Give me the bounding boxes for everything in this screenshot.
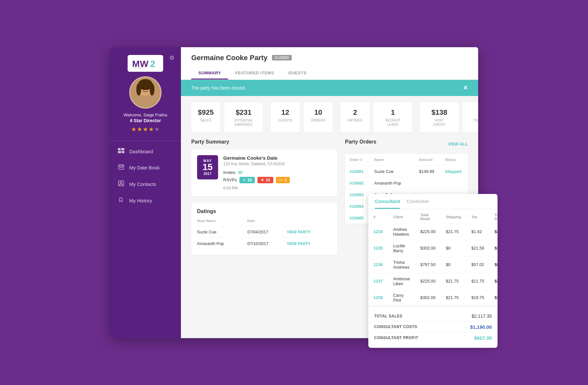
settings-icon[interactable]: ⚙: [169, 54, 174, 61]
consultant-row-1-num[interactable]: 1234: [373, 229, 383, 234]
view-party-link-1[interactable]: VIEW PARTY: [287, 230, 311, 234]
party-summary-title: Party Summary: [191, 139, 337, 145]
order-status-1: Shipped: [445, 169, 461, 174]
consultant-totals: TOTAL SALES $2,117.35 CONSULTANT COSTS $…: [368, 306, 498, 348]
svg-point-8: [136, 83, 141, 95]
stat-recruit-label: RECRUITLEADS: [385, 118, 401, 127]
stat-host-credit: $138 HOSTCREDIT: [420, 102, 459, 133]
avatar-image: [130, 76, 161, 109]
star-4: ★: [149, 126, 154, 133]
view-all-link[interactable]: VIEW ALL: [448, 142, 468, 146]
consultant-row-5-client: Carry Flint: [388, 289, 415, 306]
order-num-4[interactable]: #10084: [350, 204, 363, 209]
svg-rect-13: [118, 148, 121, 150]
stat-datings-label: DATINGS: [348, 118, 362, 123]
sidebar-divider: [110, 141, 181, 141]
view-party-link-2[interactable]: VIEW PARTY: [287, 241, 311, 246]
tab-summary[interactable]: SUMMARY: [191, 67, 228, 80]
date-year: 2017: [204, 172, 211, 176]
consultant-row-2-shipping: $0: [441, 240, 466, 256]
party-title: Germaine Cooke Party: [191, 54, 268, 62]
tab-featured[interactable]: FEATURED ITEMS: [228, 67, 281, 80]
datings-col-host: Host Name: [197, 219, 247, 226]
sidebar-item-dashboard[interactable]: Dashboard: [110, 144, 181, 159]
orders-col-amount: Amount: [415, 154, 440, 166]
svg-rect-16: [122, 151, 124, 153]
order-num-2[interactable]: #10082: [350, 181, 363, 186]
consultant-row-2-tax: $21.59: [466, 240, 489, 256]
consultant-col-num: #: [368, 209, 388, 224]
avatar: [129, 76, 162, 109]
invites-count: 30: [238, 170, 242, 175]
stars-container: ★ ★ ★ ★ ★: [131, 126, 160, 133]
tab-consultant[interactable]: Consultant: [375, 198, 400, 209]
dating-date-2: 07/10/2017: [247, 238, 287, 249]
svg-point-12: [147, 87, 149, 89]
orders-col-order: Order #: [345, 154, 370, 166]
consultant-row-1-client: Andrea Hawkins: [388, 223, 415, 240]
sidebar-nav: Dashboard My Date B: [110, 144, 181, 209]
stat-recruit-leads: 1 RECRUITLEADS: [373, 102, 412, 133]
role-text: 4 Star Director: [130, 118, 161, 123]
party-host-name: Germaine Cooke's Date: [223, 155, 331, 161]
consultant-row-4-num[interactable]: 1237: [373, 279, 383, 283]
tab-guests[interactable]: GUESTS: [281, 67, 313, 80]
tab-customer[interactable]: Customer: [406, 198, 429, 209]
stat-earnings-label: POTENTIALEARNINGS: [234, 118, 253, 127]
welcome-text: Welcome, Saige Fraiha: [124, 112, 167, 117]
order-num-5[interactable]: #10085: [350, 216, 363, 220]
consultant-costs-row: CONSULTANT COSTS $1,190.00: [374, 322, 492, 333]
stat-orders-value: 10: [314, 108, 322, 117]
party-summary-card: May 15 2017 Germaine Cooke's Date 123 An…: [191, 149, 337, 196]
dashboard-icon: [118, 148, 125, 155]
consultant-row-4-shipping: $21.75: [441, 273, 466, 289]
stat-sales: $925 SALES: [191, 102, 220, 133]
sidebar-item-contacts[interactable]: My Contacts: [110, 176, 181, 192]
consultant-row-3-due: $854.52: [489, 256, 498, 273]
left-column: Party Summary May 15 2017 Germaine Cooke…: [191, 139, 337, 330]
party-invites: Invites 30: [223, 170, 331, 175]
dating-host-2: Amaranth Pop: [197, 238, 247, 249]
consultant-table: # Client Total Retail Shipping Tax Total…: [368, 209, 498, 306]
sidebar-item-datebook[interactable]: My Date Book: [110, 159, 181, 176]
stat-recruit-value: 1: [391, 108, 395, 117]
consultant-col-due: Total Due: [489, 209, 498, 224]
stat-orders: 10 ORDERS: [304, 102, 333, 133]
table-row: Suzie Cue 07/04/2017 VIEW PARTY: [197, 226, 331, 238]
contacts-icon: [118, 180, 125, 188]
order-num-3[interactable]: #10083: [350, 192, 363, 197]
table-row: #10081 Suzie Cue $149.99 Shipped: [345, 166, 468, 177]
party-address: 123 Any Street, Oakland, CA 91019: [223, 162, 331, 166]
stat-guests: 12 GUESTS: [271, 102, 300, 133]
main-card: M W 2 DIRECT ⚙: [110, 47, 478, 338]
total-sales-row: TOTAL SALES $2,117.35: [374, 311, 492, 322]
consultant-row-3-shipping: $0: [441, 256, 466, 273]
star-3: ★: [143, 126, 148, 133]
alert-close-button[interactable]: ✕: [463, 84, 468, 91]
consultant-row-3-num[interactable]: 1236: [373, 262, 383, 267]
order-amount-2: [415, 177, 440, 189]
consultant-row-5-num[interactable]: 1238: [373, 295, 383, 300]
consultant-row-1-retail: $225.00: [415, 223, 441, 240]
consultant-col-shipping: Shipping: [441, 209, 466, 224]
sidebar-item-label-contacts: My Contacts: [129, 181, 156, 187]
dash-icon: —: [279, 178, 283, 182]
svg-text:DIRECT: DIRECT: [134, 67, 146, 69]
rsvp-no-count: 10: [266, 178, 270, 182]
svg-rect-15: [118, 151, 121, 153]
svg-rect-23: [122, 167, 123, 168]
order-num-1[interactable]: #10081: [350, 169, 363, 174]
consultant-row-2-num[interactable]: 1235: [373, 246, 383, 251]
consultant-row-4-tax: $11.75: [466, 273, 489, 289]
table-row: 1235 Lucille Barry $302.00 $0 $21.59 $32…: [368, 240, 498, 256]
consultant-row-4-due: $258.50: [489, 273, 498, 289]
svg-rect-14: [121, 148, 124, 150]
svg-point-9: [150, 83, 154, 95]
orders-col-status: Status: [440, 154, 468, 166]
sidebar-item-label-history: My History: [129, 198, 152, 203]
consultant-col-client: Client: [388, 209, 415, 224]
sidebar-item-history[interactable]: My History: [110, 192, 181, 209]
datebook-icon: [118, 164, 125, 171]
svg-text:2: 2: [150, 59, 155, 69]
consultant-row-2-client: Lucille Barry: [388, 240, 415, 256]
